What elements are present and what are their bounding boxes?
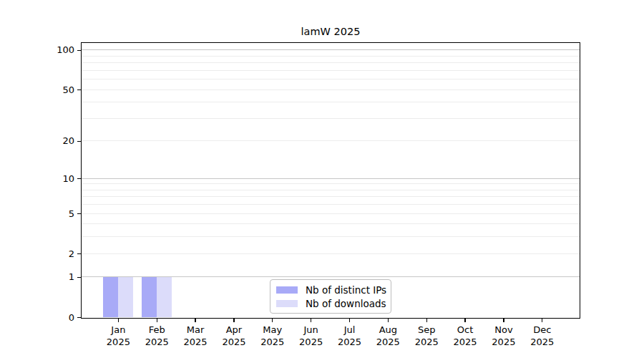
y-tick-mark — [77, 141, 81, 142]
y-tick-label: 2 — [0, 248, 74, 260]
y-tick-mark — [77, 277, 81, 278]
x-tick-mark — [542, 319, 542, 322]
y-tick-label: 20 — [0, 135, 74, 147]
major-gridline — [82, 49, 580, 50]
y-tick-label: 5 — [0, 208, 74, 220]
legend: Nb of distinct IPs Nb of downloads — [270, 279, 391, 314]
x-tick-mark — [388, 319, 389, 322]
x-tick-mark — [195, 319, 195, 322]
minor-gridline — [82, 118, 580, 119]
x-tick-mark — [503, 319, 504, 322]
minor-gridline — [82, 70, 580, 71]
minor-gridline — [82, 183, 580, 184]
minor-gridline — [82, 56, 580, 57]
figure: lamW 2025 0125102050100Jan2025Feb2025Mar… — [0, 0, 644, 358]
y-tick-mark — [77, 178, 81, 179]
y-tick-label: 50 — [0, 84, 74, 96]
legend-label-distinct-ips: Nb of distinct IPs — [306, 284, 386, 296]
x-tick-label: Dec2025 — [519, 324, 565, 348]
major-gridline — [82, 178, 580, 179]
y-tick-label: 10 — [0, 173, 74, 185]
bar — [118, 277, 133, 317]
minor-gridline — [82, 102, 580, 102]
x-tick-mark — [233, 319, 234, 322]
legend-row: Nb of distinct IPs — [276, 284, 391, 296]
x-tick-mark — [464, 319, 465, 322]
x-tick-mark — [349, 319, 350, 322]
chart-title: lamW 2025 — [82, 25, 580, 38]
bar — [142, 277, 157, 317]
minor-gridline — [82, 62, 580, 63]
x-tick-year: 2025 — [519, 336, 565, 348]
x-tick-mark — [272, 319, 273, 322]
minor-gridline — [82, 204, 580, 205]
minor-gridline — [82, 90, 580, 90]
y-tick-label: 1 — [0, 271, 74, 283]
y-tick-mark — [77, 50, 81, 51]
minor-gridline — [82, 140, 580, 141]
minor-gridline — [82, 213, 580, 214]
plot-area — [81, 42, 580, 319]
minor-gridline — [82, 236, 580, 237]
legend-label-downloads: Nb of downloads — [306, 298, 386, 309]
y-tick-mark — [77, 317, 81, 318]
minor-gridline — [82, 253, 580, 254]
y-tick-mark — [77, 213, 81, 214]
legend-swatch-downloads — [276, 300, 298, 307]
x-tick-mark — [311, 319, 311, 322]
x-tick-mark — [426, 319, 427, 322]
minor-gridline — [82, 223, 580, 224]
bar — [157, 277, 172, 317]
minor-gridline — [82, 196, 580, 197]
legend-row: Nb of downloads — [276, 298, 391, 309]
x-tick-mark — [118, 319, 119, 322]
y-tick-mark — [77, 253, 81, 254]
bar — [103, 277, 118, 317]
x-tick-month: Dec — [519, 324, 565, 336]
minor-gridline — [82, 79, 580, 79]
y-tick-label: 100 — [0, 44, 74, 56]
legend-swatch-distinct-ips — [276, 286, 298, 294]
x-tick-mark — [157, 319, 157, 322]
minor-gridline — [82, 190, 580, 190]
y-tick-mark — [77, 90, 81, 90]
y-tick-label: 0 — [0, 312, 74, 324]
